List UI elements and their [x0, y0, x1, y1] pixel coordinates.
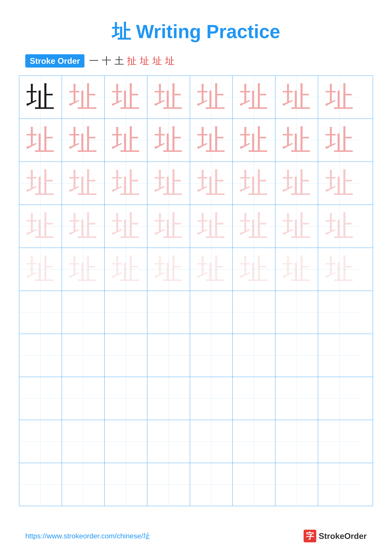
stroke-step-1: 一: [89, 55, 99, 67]
footer-url[interactable]: https://www.strokeorder.com/chinese/址: [25, 531, 150, 541]
stroke-order-row: Stroke Order 一 十 土 扯 址 址 址: [0, 54, 392, 67]
grid-cell[interactable]: [62, 334, 105, 377]
grid-cell[interactable]: 址: [19, 162, 62, 204]
grid-cell[interactable]: 址: [233, 119, 275, 161]
grid-cell[interactable]: [275, 420, 318, 463]
grid-cell[interactable]: 址: [318, 248, 361, 291]
stroke-order-steps: 一 十 土 扯 址 址 址: [89, 55, 175, 67]
grid-cell[interactable]: 址: [105, 205, 147, 248]
grid-row: 址 址 址 址 址 址 址 址: [19, 76, 373, 119]
grid-row: 址 址 址 址 址 址 址 址: [19, 119, 373, 162]
grid-cell[interactable]: [318, 463, 361, 506]
grid-cell[interactable]: 址: [147, 205, 190, 248]
grid-cell[interactable]: 址: [275, 76, 318, 118]
grid-cell[interactable]: 址: [233, 248, 275, 291]
grid-row: 址 址 址 址 址 址 址 址: [19, 248, 373, 291]
grid-cell[interactable]: 址: [147, 162, 190, 204]
grid-cell[interactable]: [105, 463, 147, 506]
grid-row: 址 址 址 址 址 址 址 址: [19, 205, 373, 248]
practice-grid: 址 址 址 址 址 址 址 址 址 址 址 址 址 址 址 址 址 址 址 址 …: [19, 75, 373, 506]
grid-cell[interactable]: [318, 420, 361, 463]
grid-cell[interactable]: 址: [190, 76, 233, 118]
stroke-step-6: 址: [152, 55, 162, 67]
stroke-step-4: 扯: [127, 55, 137, 67]
grid-cell[interactable]: 址: [105, 76, 147, 118]
grid-cell[interactable]: [147, 420, 190, 463]
grid-cell[interactable]: [19, 377, 62, 420]
grid-cell[interactable]: 址: [233, 162, 275, 204]
grid-cell[interactable]: 址: [62, 162, 105, 204]
grid-row: [19, 377, 373, 420]
grid-cell[interactable]: [190, 291, 233, 334]
grid-cell[interactable]: 址: [318, 162, 361, 204]
grid-cell[interactable]: [19, 334, 62, 377]
grid-cell[interactable]: [318, 334, 361, 377]
grid-cell[interactable]: 址: [62, 205, 105, 248]
grid-cell[interactable]: [147, 334, 190, 377]
grid-cell[interactable]: 址: [105, 119, 147, 161]
grid-cell[interactable]: [190, 334, 233, 377]
grid-cell[interactable]: [105, 377, 147, 420]
grid-cell[interactable]: [147, 377, 190, 420]
stroke-step-5: 址: [140, 55, 149, 67]
grid-cell[interactable]: 址: [190, 162, 233, 204]
grid-cell[interactable]: 址: [318, 119, 361, 161]
grid-cell[interactable]: [233, 463, 275, 506]
grid-cell[interactable]: 址: [105, 248, 147, 291]
grid-cell[interactable]: 址: [62, 248, 105, 291]
grid-cell[interactable]: 址: [233, 76, 275, 118]
grid-cell[interactable]: 址: [19, 119, 62, 161]
grid-cell[interactable]: 址: [318, 205, 361, 248]
grid-cell[interactable]: [275, 463, 318, 506]
grid-cell[interactable]: [19, 291, 62, 334]
grid-cell[interactable]: [275, 291, 318, 334]
grid-cell[interactable]: [233, 291, 275, 334]
grid-cell[interactable]: [62, 291, 105, 334]
grid-cell[interactable]: [318, 291, 361, 334]
grid-cell[interactable]: 址: [19, 76, 62, 118]
grid-cell[interactable]: [147, 463, 190, 506]
grid-cell[interactable]: 址: [190, 248, 233, 291]
footer-logo-icon: 字: [304, 530, 316, 542]
grid-cell[interactable]: [19, 420, 62, 463]
grid-cell[interactable]: [105, 420, 147, 463]
footer: https://www.strokeorder.com/chinese/址 字 …: [0, 530, 392, 542]
grid-cell[interactable]: 址: [275, 205, 318, 248]
grid-cell[interactable]: [147, 291, 190, 334]
stroke-step-7: 址: [165, 55, 175, 67]
stroke-order-badge: Stroke Order: [25, 54, 85, 67]
grid-cell[interactable]: 址: [318, 76, 361, 118]
grid-cell[interactable]: 址: [62, 76, 105, 118]
grid-cell[interactable]: [105, 291, 147, 334]
grid-cell[interactable]: 址: [275, 162, 318, 204]
grid-cell[interactable]: [233, 377, 275, 420]
grid-cell[interactable]: 址: [147, 76, 190, 118]
grid-cell[interactable]: 址: [62, 119, 105, 161]
grid-cell[interactable]: 址: [19, 248, 62, 291]
grid-cell[interactable]: [190, 420, 233, 463]
grid-cell[interactable]: [275, 334, 318, 377]
grid-cell[interactable]: [19, 463, 62, 506]
grid-cell[interactable]: 址: [147, 119, 190, 161]
page-title: 址 Writing Practice: [0, 0, 392, 54]
grid-cell[interactable]: [105, 334, 147, 377]
grid-cell[interactable]: [275, 377, 318, 420]
grid-cell[interactable]: [62, 463, 105, 506]
grid-cell[interactable]: 址: [190, 205, 233, 248]
grid-cell[interactable]: 址: [275, 119, 318, 161]
footer-logo: 字 StrokeOrder: [304, 530, 367, 542]
grid-cell[interactable]: [233, 334, 275, 377]
grid-cell[interactable]: [62, 420, 105, 463]
grid-row: [19, 463, 373, 506]
grid-cell[interactable]: 址: [190, 119, 233, 161]
grid-cell[interactable]: [190, 463, 233, 506]
grid-cell[interactable]: 址: [275, 248, 318, 291]
grid-cell[interactable]: [190, 377, 233, 420]
grid-cell[interactable]: [233, 420, 275, 463]
grid-cell[interactable]: 址: [19, 205, 62, 248]
grid-cell[interactable]: [62, 377, 105, 420]
grid-cell[interactable]: 址: [233, 205, 275, 248]
grid-cell[interactable]: [318, 377, 361, 420]
grid-cell[interactable]: 址: [147, 248, 190, 291]
grid-cell[interactable]: 址: [105, 162, 147, 204]
